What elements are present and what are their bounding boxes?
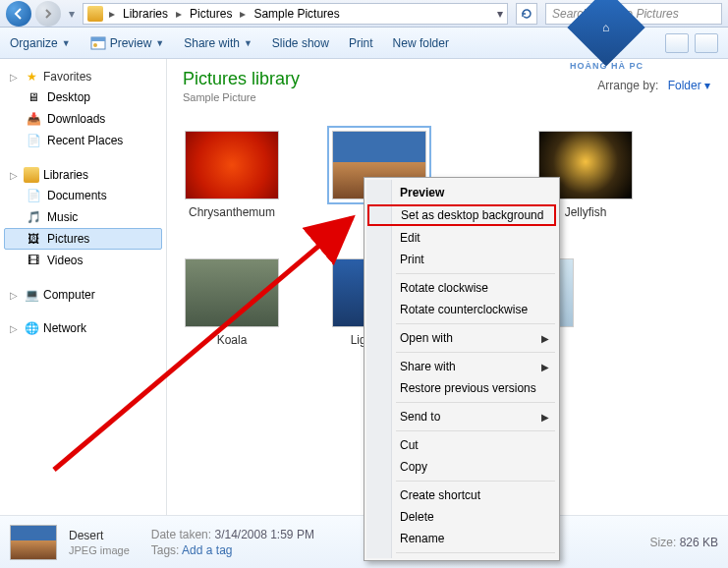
desktop-icon: 🖥 [26,89,41,105]
libraries-icon [24,167,39,183]
tree-item-music[interactable]: 🎵Music [4,206,162,228]
ctx-copy[interactable]: Copy [366,456,557,478]
ctx-preview[interactable]: Preview [366,182,557,203]
breadcrumb-segment[interactable]: Pictures [188,7,234,21]
arrange-by: Arrange by: Folder ▾ [597,79,710,92]
breadcrumb-segment[interactable]: Libraries [121,7,170,21]
ctx-share-with[interactable]: Share with▶ [366,356,557,377]
organize-menu[interactable]: Organize▼ [10,36,71,50]
nav-history-dropdown[interactable]: ▾ [65,7,79,21]
ctx-send-to[interactable]: Send to▶ [366,406,557,427]
ctx-print[interactable]: Print [366,249,557,270]
ctx-cut[interactable]: Cut [366,434,557,456]
share-menu[interactable]: Share with▼ [184,36,252,50]
details-filename: Desert [69,529,130,542]
ctx-rename[interactable]: Rename [366,528,557,549]
preview-menu[interactable]: Preview▼ [90,36,165,50]
folder-icon [87,6,103,22]
submenu-arrow-icon: ▶ [541,412,549,423]
pictures-icon: 🖼 [26,231,41,247]
ctx-open-with[interactable]: Open with▶ [366,327,557,349]
downloads-icon: 📥 [26,111,41,127]
ctx-edit[interactable]: Edit [366,227,557,249]
arrow-right-icon [42,8,54,20]
tree-network-header[interactable]: ▷🌐Network [4,318,162,338]
videos-icon: 🎞 [26,253,41,268]
tree-item-pictures[interactable]: 🖼Pictures [4,228,162,250]
arrow-left-icon [12,7,26,21]
breadcrumb-sep-icon[interactable]: ▸ [172,7,186,21]
refresh-button[interactable] [516,3,537,25]
nav-forward-button[interactable] [35,1,61,27]
toolbar: Organize▼ Preview▼ Share with▼ Slide sho… [0,28,728,59]
thumb-chrysanthemum[interactable]: Chrysanthemum [183,131,281,219]
music-icon: 🎵 [26,209,41,225]
arrange-by-link[interactable]: Folder ▾ [668,79,710,92]
svg-point-2 [93,43,97,47]
search-input[interactable]: Search Sample Pictures [545,3,722,25]
tree-item-documents[interactable]: 📄Documents [4,185,162,206]
details-filetype: JPEG image [69,544,130,556]
details-thumbnail [10,525,57,560]
tree-libraries-header[interactable]: ▷Libraries [4,165,162,185]
tree-item-videos[interactable]: 🎞Videos [4,250,162,271]
view-options-button[interactable] [665,33,689,53]
breadcrumb-sep-icon[interactable]: ▸ [236,7,250,21]
address-bar[interactable]: ▸ Libraries ▸ Pictures ▸ Sample Pictures… [83,3,508,25]
library-subtitle: Sample Picture [183,91,712,103]
search-placeholder: Search Sample Pictures [552,7,679,21]
tree-item-recent[interactable]: 📄Recent Places [4,130,162,151]
ctx-delete[interactable]: Delete [366,506,557,528]
recent-icon: 📄 [26,133,41,148]
breadcrumb-sep-icon[interactable]: ▸ [105,7,119,21]
slideshow-button[interactable]: Slide show [272,36,329,50]
refresh-icon [520,7,533,21]
nav-back-button[interactable] [6,1,31,27]
address-dropdown-icon[interactable]: ▾ [497,7,503,21]
navigation-tree: ▷★Favorites 🖥Desktop 📥Downloads 📄Recent … [0,59,167,515]
tree-item-downloads[interactable]: 📥Downloads [4,108,162,130]
tree-computer-header[interactable]: ▷💻Computer [4,285,162,305]
image-thumbnail [185,131,279,199]
submenu-arrow-icon: ▶ [541,362,549,372]
image-thumbnail [185,258,279,327]
ctx-restore-versions[interactable]: Restore previous versions [366,377,557,399]
ctx-set-desktop-background[interactable]: Set as desktop background [367,204,556,226]
details-tags[interactable]: Add a tag [182,543,232,557]
new-folder-button[interactable]: New folder [393,36,449,50]
ctx-create-shortcut[interactable]: Create shortcut [366,484,557,506]
network-icon: 🌐 [24,320,39,336]
print-button[interactable]: Print [349,36,373,50]
details-date: 3/14/2008 1:59 PM [214,528,313,541]
thumb-koala[interactable]: Koala [183,258,281,347]
preview-pane-button[interactable] [695,33,718,53]
tree-item-desktop[interactable]: 🖥Desktop [4,86,162,108]
image-icon [90,36,106,50]
breadcrumb-segment[interactable]: Sample Pictures [252,7,341,21]
ctx-rotate-counterclockwise[interactable]: Rotate counterclockwise [366,299,557,320]
titlebar: ▾ ▸ Libraries ▸ Pictures ▸ Sample Pictur… [0,0,728,28]
ctx-rotate-clockwise[interactable]: Rotate clockwise [366,277,557,299]
computer-icon: 💻 [24,287,39,303]
context-menu: Preview Set as desktop background Edit P… [364,177,560,561]
svg-rect-1 [91,37,105,41]
star-icon: ★ [24,69,39,85]
details-size: 826 KB [680,536,718,549]
submenu-arrow-icon: ▶ [541,333,549,344]
tree-favorites-header[interactable]: ▷★Favorites [4,67,162,86]
documents-icon: 📄 [26,188,41,203]
